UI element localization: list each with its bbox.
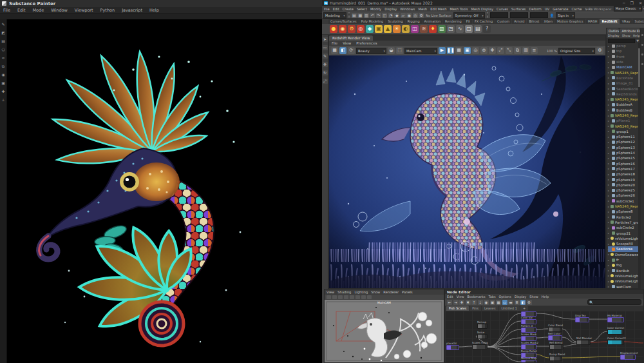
- ne-add-node-icon[interactable]: ✚: [459, 300, 464, 305]
- ne-frame-icon[interactable]: ▣: [490, 300, 495, 305]
- shelf-tab[interactable]: Custom: [495, 19, 511, 24]
- shelf-tab[interactable]: FX: [464, 19, 472, 24]
- expand-arrow-icon[interactable]: ▸: [608, 248, 611, 251]
- node-output-port[interactable]: [485, 335, 487, 338]
- node-output-port[interactable]: [560, 336, 562, 340]
- node-output-port[interactable]: [534, 345, 536, 349]
- outliner-item[interactable]: ▸ pSphere26: [608, 193, 640, 198]
- layers-icon[interactable]: ≡: [531, 47, 538, 54]
- tool-settings-toggle-icon[interactable]: [641, 44, 643, 46]
- snap-grid-icon[interactable]: ◫: [382, 13, 387, 18]
- maya-menu-item[interactable]: Edit: [333, 7, 339, 11]
- expand-arrow-icon[interactable]: ▸: [608, 199, 611, 202]
- outliner-item[interactable]: ▸ subCircle2: [608, 225, 640, 230]
- rs-object-id-icon[interactable]: ◳: [447, 25, 455, 33]
- workspace-dropdown[interactable]: Maya Classic: [614, 6, 642, 12]
- expand-arrow-icon[interactable]: ▸: [608, 87, 611, 90]
- shelf-tab[interactable]: RedShift: [600, 19, 619, 24]
- shading-node[interactable]: Disp Tex: [575, 317, 589, 322]
- ne-connected-mode-icon[interactable]: ▬: [508, 300, 513, 305]
- shading-node[interactable]: Scales Mask2: [521, 344, 536, 349]
- node-editor-tab[interactable]: Fish Scales: [446, 306, 469, 311]
- shelf-tab[interactable]: Animation: [422, 19, 443, 24]
- shading-node[interactable]: Bump Blend: [549, 356, 562, 360]
- bucket-grid-icon[interactable]: ▦: [455, 47, 462, 54]
- expand-arrow-icon[interactable]: ▸: [608, 108, 611, 112]
- shelf-tab[interactable]: MASH: [586, 19, 600, 24]
- expand-arrow-icon[interactable]: ▸: [608, 269, 611, 272]
- viewport-menu-item[interactable]: Renderer: [383, 290, 399, 294]
- shading-node[interactable]: Remap: [477, 324, 488, 328]
- node-editor-menu-item[interactable]: View: [457, 295, 464, 299]
- expand-arrow-icon[interactable]: ▸: [608, 92, 611, 95]
- outliner-item[interactable]: ▸ fog: [608, 262, 640, 268]
- rs-hair-icon[interactable]: ∿: [456, 25, 464, 33]
- snap-plane-icon[interactable]: ▱: [401, 13, 406, 18]
- statusline-divider-2[interactable]: [487, 12, 488, 18]
- expand-arrow-icon[interactable]: ▸: [608, 285, 611, 288]
- viewport-xray-icon[interactable]: [361, 295, 366, 299]
- maya-titlebar[interactable]: M Hummingbird_001_Demo.ma* - Autodesk Ma…: [322, 0, 644, 6]
- node-editor-menu-item[interactable]: Options: [499, 295, 511, 299]
- expand-arrow-icon[interactable]: ▸: [608, 82, 611, 85]
- shelf-tab[interactable]: Bifrost: [527, 19, 541, 24]
- filter-funnel-icon[interactable]: ▼: [636, 39, 639, 43]
- expand-arrow-icon[interactable]: ▸: [608, 226, 611, 230]
- expand-arrow-icon[interactable]: ▸: [608, 183, 611, 186]
- expand-arrow-icon[interactable]: ▸: [608, 178, 611, 181]
- snapshot-icon[interactable]: ▦: [331, 47, 338, 54]
- rs-material-icon[interactable]: ▢: [465, 25, 473, 33]
- render-camera-dropdown[interactable]: MainCam: [404, 48, 437, 54]
- shading-node[interactable]: Displacement: [620, 355, 636, 359]
- ne-layout-icon[interactable]: ▦: [496, 300, 501, 305]
- expand-arrow-icon[interactable]: ▸: [608, 130, 611, 133]
- expand-arrow-icon[interactable]: ▸: [608, 189, 611, 192]
- expand-arrow-icon[interactable]: ▸: [608, 50, 611, 53]
- refresh-icon[interactable]: ⟳: [348, 47, 355, 54]
- quick-mask-tool-icon[interactable]: ▣: [1, 81, 6, 85]
- expand-arrow-icon[interactable]: ▸: [608, 146, 611, 149]
- outliner-tab[interactable]: Outliner: [607, 28, 619, 34]
- shading-node[interactable]: Base Color: [521, 311, 536, 316]
- expand-arrow-icon[interactable]: ▸: [608, 71, 609, 74]
- sign-in-dropdown[interactable]: Sign in: [556, 12, 575, 19]
- shelf-tab[interactable]: Substance: [632, 19, 644, 24]
- shading-node[interactable]: Noise: [477, 334, 488, 338]
- ne-pin-icon[interactable]: ◉: [484, 300, 489, 305]
- shelf-tab[interactable]: XGen: [542, 19, 555, 24]
- shelf-tab[interactable]: VRay: [620, 19, 632, 24]
- outliner-item[interactable]: ▸ pSphere18: [608, 172, 640, 177]
- expand-arrow-icon[interactable]: ▸: [608, 280, 609, 283]
- outliner-item[interactable]: ▸ pSphere12: [608, 139, 640, 144]
- outliner-item[interactable]: ▸ BubblesB: [608, 108, 640, 113]
- fit-view-icon[interactable]: ⤢: [497, 47, 504, 54]
- snap-point-icon[interactable]: ◆: [394, 13, 399, 18]
- maya-menu-item[interactable]: Mesh Display: [471, 7, 493, 11]
- outliner-item[interactable]: ▸ Particles7_group: [608, 220, 640, 225]
- expand-arrow-icon[interactable]: ▸: [608, 114, 609, 117]
- node-output-port[interactable]: [621, 330, 623, 334]
- ne-forward-icon[interactable]: ⇥: [453, 300, 459, 305]
- sp-menu-item[interactable]: Window: [51, 8, 68, 13]
- outliner-item[interactable]: ▸ pSphere14: [608, 150, 640, 155]
- maya-menu-item[interactable]: UV: [545, 7, 549, 11]
- paint-select-tool-icon[interactable]: ✎: [323, 54, 328, 59]
- ne-graph-down-icon[interactable]: ⭣: [478, 300, 483, 305]
- input-field-absolute[interactable]: [490, 12, 508, 18]
- redo-icon[interactable]: ↷: [376, 13, 381, 18]
- render-icon[interactable]: ◉: [406, 13, 412, 18]
- move-tool-icon[interactable]: ✥: [323, 62, 328, 67]
- symmetry-dropdown[interactable]: Symmetry: Off: [453, 12, 485, 19]
- outliner-item[interactable]: ▸ pSphere25: [608, 188, 640, 193]
- viewport-menu-item[interactable]: Panels: [402, 290, 413, 294]
- node-output-port[interactable]: [534, 312, 536, 316]
- node-output-port[interactable]: [485, 345, 487, 349]
- viewport-shading-icon[interactable]: [344, 295, 348, 299]
- zoom-in-icon[interactable]: ⊕: [480, 47, 488, 54]
- node-output-port[interactable]: [587, 318, 589, 322]
- sp-titlebar[interactable]: Substance Painter: [0, 0, 322, 7]
- pause-ipr-icon[interactable]: ❚❚: [447, 47, 454, 54]
- close-button[interactable]: ✕: [639, 1, 642, 5]
- node-search-input[interactable]: 🔍: [587, 299, 641, 305]
- rs-docs-icon[interactable]: ▤: [474, 25, 482, 33]
